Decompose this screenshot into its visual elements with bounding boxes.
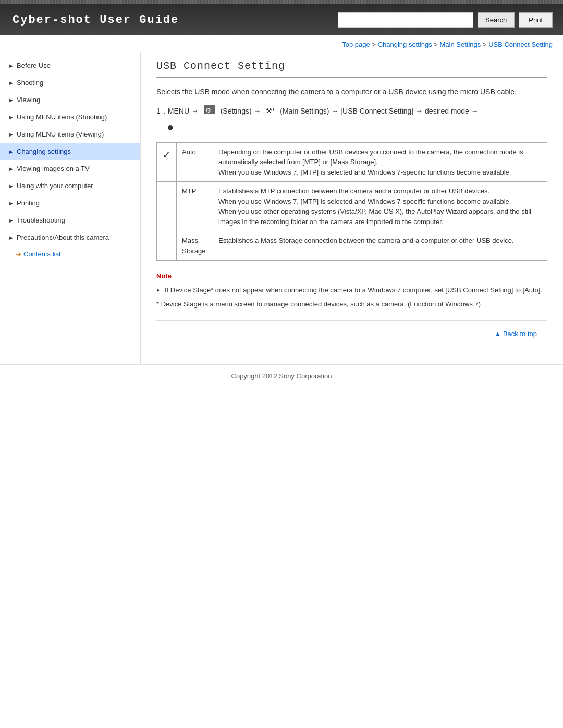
- mass-storage-label: MassStorage: [177, 231, 213, 261]
- bc-sep2: >: [434, 41, 439, 48]
- content-area: USB Connect Setting Selects the USB mode…: [141, 52, 563, 364]
- sidebar-label-using-computer: Using with your computer: [17, 182, 93, 190]
- table-row-mass-storage: MassStorage Establishes a Mass Storage c…: [157, 231, 547, 261]
- contents-list-arrow-icon: ➔: [16, 250, 21, 258]
- menu-instruction: 1．MENU → (Settings) → ⚒︎ᵀ (Main Settings…: [156, 105, 547, 134]
- breadcrumb-main-settings[interactable]: Main Settings: [440, 41, 481, 48]
- note-footnote: * Device Stage is a menu screen to manag…: [156, 299, 547, 310]
- breadcrumb-changing-settings[interactable]: Changing settings: [378, 41, 432, 48]
- sidebar-label-before-use: Before Use: [17, 61, 51, 69]
- note-item-1: If Device Stage* does not appear when co…: [156, 285, 547, 296]
- sidebar-item-using-computer[interactable]: ► Using with your computer: [0, 177, 140, 194]
- sidebar-label-precautions: Precautions/About this camera: [17, 233, 109, 241]
- back-to-top-row: ▲ Back to top: [156, 320, 547, 342]
- menu-step-text: 1．MENU →: [156, 105, 201, 118]
- print-button[interactable]: Print: [519, 12, 553, 28]
- sidebar-item-shooting[interactable]: ► Shooting: [0, 74, 140, 91]
- breadcrumb: Top page > Changing settings > Main Sett…: [0, 35, 563, 52]
- sidebar-item-viewing-tv[interactable]: ► Viewing images on a TV: [0, 160, 140, 177]
- back-to-top-link[interactable]: ▲ Back to top: [494, 330, 537, 338]
- sidebar-item-viewing[interactable]: ► Viewing: [0, 91, 140, 108]
- menu-settings-label: (Settings) →: [218, 105, 263, 118]
- note-label: Note: [156, 271, 547, 282]
- sidebar-label-menu-viewing: Using MENU items (Viewing): [17, 130, 104, 138]
- sidebar-arrow-precautions: ►: [8, 235, 14, 241]
- sidebar-arrow-changing-settings: ►: [8, 149, 14, 155]
- settings-icon: [204, 105, 215, 114]
- table-row-mtp: MTP Establishes a MTP connection between…: [157, 182, 547, 231]
- menu-bullet: ●: [156, 120, 547, 134]
- site-title: Cyber-shot User Guide: [13, 14, 179, 27]
- breadcrumb-usb-connect[interactable]: USB Connect Setting: [488, 41, 553, 48]
- sidebar-label-shooting: Shooting: [17, 79, 43, 87]
- menu-mainsettings-label: (Main Settings) → [USB Connect Setting] …: [278, 105, 478, 118]
- sidebar-arrow-viewing-tv: ►: [8, 166, 14, 172]
- sidebar-arrow-shooting: ►: [8, 80, 14, 86]
- bc-sep3: >: [483, 41, 488, 48]
- sidebar-item-precautions[interactable]: ► Precautions/About this camera: [0, 229, 140, 246]
- sidebar-arrow-printing: ►: [8, 200, 14, 206]
- auto-check-icon: ✓: [157, 142, 177, 182]
- sidebar-arrow-before-use: ►: [8, 63, 14, 69]
- mtp-label: MTP: [177, 182, 213, 231]
- sidebar-label-viewing: Viewing: [17, 96, 40, 104]
- sidebar-item-troubleshooting[interactable]: ► Troubleshooting: [0, 212, 140, 229]
- sidebar-label-changing-settings: Changing settings: [17, 147, 71, 155]
- copyright-text: Copyright 2012 Sony Corporation: [231, 372, 332, 380]
- main-layout: ► Before Use ► Shooting ► Viewing ► Usin…: [0, 52, 563, 364]
- usb-settings-table: ✓ Auto Depending on the computer or othe…: [156, 142, 547, 261]
- sidebar-label-troubleshooting: Troubleshooting: [17, 216, 65, 224]
- header-controls: Search Print: [338, 12, 553, 28]
- contents-list-link[interactable]: ➔ Contents list: [0, 246, 140, 262]
- checkmark-icon: ✓: [162, 149, 171, 161]
- sidebar-item-printing[interactable]: ► Printing: [0, 194, 140, 212]
- sidebar-item-menu-viewing[interactable]: ► Using MENU items (Viewing): [0, 126, 140, 143]
- sidebar-arrow-menu-shooting: ►: [8, 114, 14, 120]
- mass-storage-icon-cell: [157, 231, 177, 261]
- page-header: Cyber-shot User Guide Search Print: [0, 0, 563, 35]
- auto-description: Depending on the computer or other USB d…: [213, 142, 547, 182]
- mtp-description: Establishes a MTP connection between the…: [213, 182, 547, 231]
- footer: Copyright 2012 Sony Corporation: [0, 364, 563, 387]
- sidebar-arrow-using-computer: ►: [8, 183, 14, 189]
- search-input[interactable]: [338, 12, 473, 28]
- note-section: Note If Device Stage* does not appear wh…: [156, 271, 547, 310]
- bc-sep1: >: [372, 41, 377, 48]
- sidebar-label-menu-shooting: Using MENU items (Shooting): [17, 113, 107, 121]
- page-title: USB Connect Setting: [156, 60, 547, 78]
- bottom-space: [0, 387, 563, 570]
- table-row-auto: ✓ Auto Depending on the computer or othe…: [157, 142, 547, 182]
- breadcrumb-top-page[interactable]: Top page: [342, 41, 370, 48]
- intro-text: Selects the USB mode when connecting the…: [156, 86, 547, 97]
- sidebar-item-changing-settings[interactable]: ► Changing settings: [0, 143, 140, 160]
- sidebar-arrow-troubleshooting: ►: [8, 217, 14, 224]
- search-button[interactable]: Search: [478, 12, 515, 28]
- mass-storage-description: Establishes a Mass Storage connection be…: [213, 231, 547, 261]
- sidebar-label-viewing-tv: Viewing images on a TV: [17, 165, 90, 172]
- sidebar: ► Before Use ► Shooting ► Viewing ► Usin…: [0, 52, 141, 364]
- header-stripe: [0, 0, 563, 4]
- sidebar-arrow-viewing: ►: [8, 97, 14, 103]
- sidebar-arrow-menu-viewing: ►: [8, 131, 14, 138]
- sidebar-item-menu-shooting[interactable]: ► Using MENU items (Shooting): [0, 108, 140, 126]
- contents-list-label: Contents list: [23, 250, 61, 258]
- sidebar-item-before-use[interactable]: ► Before Use: [0, 57, 140, 74]
- mainsettings-icon: ⚒︎ᵀ: [266, 105, 275, 117]
- mtp-icon-cell: [157, 182, 177, 231]
- note-list: If Device Stage* does not appear when co…: [156, 285, 547, 296]
- auto-label: Auto: [177, 142, 213, 182]
- sidebar-label-printing: Printing: [17, 199, 40, 207]
